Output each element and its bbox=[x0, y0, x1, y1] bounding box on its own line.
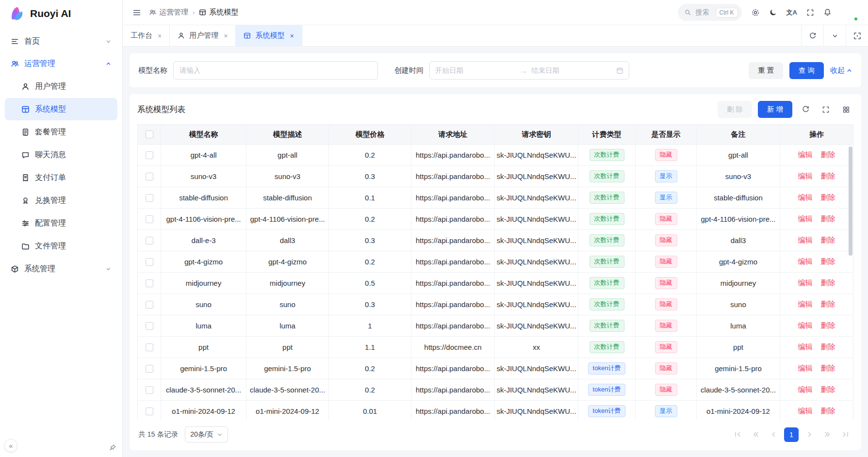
page-size-select[interactable]: 20条/页 bbox=[185, 426, 228, 442]
row-checkbox[interactable] bbox=[146, 408, 153, 415]
bell-icon[interactable] bbox=[823, 8, 832, 16]
request-key-cell: sk-JIUQLNndqSeKWU... bbox=[495, 379, 578, 401]
hamburger-icon[interactable] bbox=[132, 8, 141, 17]
sidebar-item-users[interactable]: 用户管理 bbox=[5, 75, 117, 98]
delete-link[interactable]: 删除 bbox=[821, 172, 835, 181]
row-checkbox[interactable] bbox=[146, 173, 153, 180]
tab-users[interactable]: 用户管理 × bbox=[170, 25, 236, 46]
delete-link[interactable]: 删除 bbox=[821, 278, 835, 288]
start-date-input[interactable] bbox=[435, 66, 516, 74]
row-checkbox[interactable] bbox=[146, 322, 153, 330]
logo[interactable]: Ruoyi AI bbox=[0, 0, 122, 27]
sidebar-item-files[interactable]: 文件管理 bbox=[5, 235, 117, 257]
row-checkbox[interactable] bbox=[146, 258, 153, 266]
edit-link[interactable]: 编辑 bbox=[798, 385, 813, 394]
close-icon[interactable]: × bbox=[158, 32, 162, 40]
user-avatar[interactable] bbox=[841, 4, 858, 21]
delete-link[interactable]: 删除 bbox=[821, 343, 835, 352]
edit-link[interactable]: 编辑 bbox=[798, 407, 813, 416]
delete-link[interactable]: 删除 bbox=[821, 364, 835, 373]
table-fullscreen-icon[interactable] bbox=[819, 102, 833, 117]
sidebar-item-orders[interactable]: 支付订单 bbox=[5, 166, 117, 189]
sidebar-collapse-button[interactable]: « bbox=[4, 439, 17, 452]
end-date-input[interactable] bbox=[531, 66, 612, 74]
edit-link[interactable]: 编辑 bbox=[798, 193, 813, 202]
batch-delete-button[interactable]: 删 除 bbox=[718, 101, 752, 118]
fast-next-button[interactable] bbox=[820, 427, 835, 442]
add-button[interactable]: 新 增 bbox=[758, 101, 792, 118]
row-checkbox[interactable] bbox=[146, 151, 153, 159]
edit-link[interactable]: 编辑 bbox=[798, 343, 813, 352]
sidebar-item-home[interactable]: 首页 bbox=[5, 30, 117, 52]
last-page-button[interactable] bbox=[838, 427, 852, 442]
row-checkbox[interactable] bbox=[146, 343, 153, 351]
delete-link[interactable]: 删除 bbox=[821, 214, 835, 224]
select-all-checkbox[interactable] bbox=[146, 131, 153, 138]
row-checkbox[interactable] bbox=[146, 194, 153, 202]
global-search[interactable]: 搜索 Ctrl K bbox=[678, 4, 742, 21]
billing-type-cell: 次数计费 bbox=[578, 166, 636, 187]
edit-link[interactable]: 编辑 bbox=[798, 321, 813, 330]
sidebar-item-system[interactable]: 系统管理 bbox=[5, 258, 117, 280]
row-checkbox[interactable] bbox=[146, 237, 153, 245]
edit-link[interactable]: 编辑 bbox=[798, 172, 813, 181]
delete-link[interactable]: 删除 bbox=[821, 193, 835, 202]
remark-cell: gpt-4-gizmo bbox=[697, 251, 780, 273]
column-settings-icon[interactable] bbox=[839, 102, 853, 117]
edit-link[interactable]: 编辑 bbox=[798, 236, 813, 245]
sidebar-item-models[interactable]: 系统模型 bbox=[5, 98, 117, 120]
query-button[interactable]: 查 询 bbox=[789, 62, 824, 79]
chevron-down-icon[interactable] bbox=[823, 25, 846, 46]
edit-link[interactable]: 编辑 bbox=[798, 364, 813, 373]
pager-buttons: 1 bbox=[730, 427, 852, 442]
collapse-filter-link[interactable]: 收起 bbox=[830, 66, 852, 75]
dark-mode-moon-icon[interactable] bbox=[769, 8, 777, 16]
sidebar-item-operations[interactable]: 运营管理 bbox=[5, 52, 117, 75]
create-time-range-picker[interactable]: → bbox=[429, 61, 629, 80]
delete-link[interactable]: 删除 bbox=[821, 385, 835, 394]
model-price-cell: 0.3 bbox=[329, 230, 411, 251]
close-icon[interactable]: × bbox=[224, 32, 228, 40]
prev-page-button[interactable] bbox=[766, 427, 781, 442]
fullscreen-icon[interactable] bbox=[806, 9, 814, 16]
tab-workbench[interactable]: 工作台 × bbox=[123, 25, 170, 46]
delete-link[interactable]: 删除 bbox=[821, 236, 835, 245]
delete-link[interactable]: 删除 bbox=[821, 257, 835, 266]
filter-actions: 重 置 查 询 收起 bbox=[749, 62, 852, 79]
fast-prev-button[interactable] bbox=[748, 427, 763, 442]
refresh-icon[interactable] bbox=[798, 102, 813, 117]
delete-link[interactable]: 删除 bbox=[821, 300, 835, 309]
row-checkbox[interactable] bbox=[146, 386, 153, 394]
delete-link[interactable]: 删除 bbox=[821, 321, 835, 330]
model-name-input[interactable] bbox=[173, 61, 378, 80]
edit-link[interactable]: 编辑 bbox=[798, 278, 813, 288]
row-checkbox[interactable] bbox=[146, 279, 153, 287]
edit-link[interactable]: 编辑 bbox=[798, 214, 813, 224]
first-page-button[interactable] bbox=[730, 427, 745, 442]
sidebar-item-chat[interactable]: 聊天消息 bbox=[5, 144, 117, 166]
reset-button[interactable]: 重 置 bbox=[749, 62, 783, 79]
breadcrumb-item-models[interactable]: 系统模型 bbox=[199, 8, 238, 17]
refresh-icon[interactable] bbox=[801, 25, 823, 46]
content-fullscreen-icon[interactable] bbox=[846, 25, 868, 46]
gear-icon[interactable] bbox=[751, 8, 760, 17]
sidebar-item-redeem[interactable]: 兑换管理 bbox=[5, 189, 117, 212]
sidebar-item-config[interactable]: 配置管理 bbox=[5, 212, 117, 234]
current-page[interactable]: 1 bbox=[784, 427, 799, 442]
row-checkbox[interactable] bbox=[146, 215, 153, 223]
tab-models[interactable]: 系统模型 × bbox=[236, 25, 302, 46]
delete-link[interactable]: 删除 bbox=[821, 407, 835, 416]
edit-link[interactable]: 编辑 bbox=[798, 300, 813, 309]
table-vertical-scrollbar[interactable] bbox=[849, 147, 852, 256]
language-translate-icon[interactable]: 文A bbox=[786, 8, 797, 17]
close-icon[interactable]: × bbox=[290, 32, 294, 40]
pin-icon[interactable] bbox=[109, 444, 116, 451]
breadcrumb-item-operations[interactable]: 运营管理 bbox=[149, 8, 188, 17]
edit-link[interactable]: 编辑 bbox=[798, 257, 813, 266]
row-checkbox[interactable] bbox=[146, 365, 153, 373]
delete-link[interactable]: 删除 bbox=[821, 150, 835, 160]
edit-link[interactable]: 编辑 bbox=[798, 150, 813, 160]
sidebar-item-packages[interactable]: 套餐管理 bbox=[5, 121, 117, 143]
row-checkbox[interactable] bbox=[146, 301, 153, 309]
next-page-button[interactable] bbox=[802, 427, 817, 442]
